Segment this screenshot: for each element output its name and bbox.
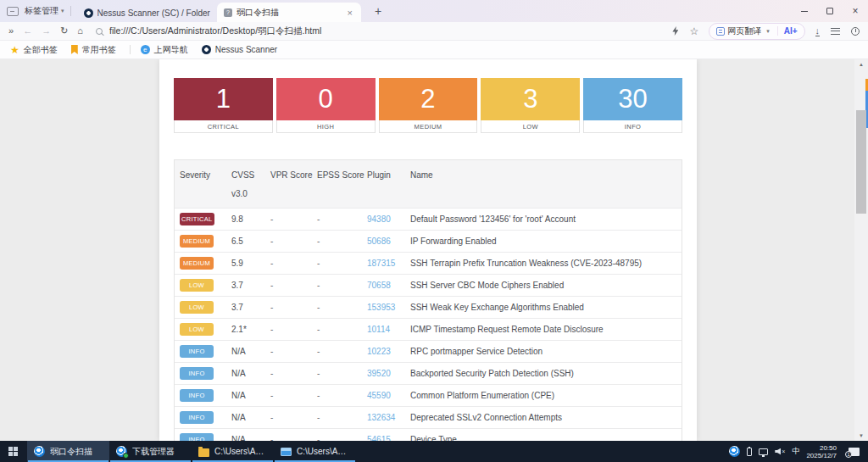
taskbar-item-folder[interactable]: C:\Users\Adminis... (192, 441, 274, 462)
start-button[interactable] (0, 441, 27, 462)
taskbar-item-browser[interactable]: 弱口令扫描 (27, 441, 109, 462)
tray-browser-icon[interactable] (729, 446, 740, 457)
home-icon[interactable]: ⌂ (77, 26, 83, 36)
vpr-value: - (270, 303, 317, 312)
battery-icon[interactable] (747, 448, 752, 456)
flash-save-icon[interactable] (672, 26, 678, 36)
severity-badge: INFO (180, 411, 214, 424)
finding-name: IP Forwarding Enabled (410, 237, 682, 246)
table-row: MEDIUM 6.5 - - 50686 IP Forwarding Enabl… (175, 230, 682, 252)
nessus-icon (202, 45, 211, 54)
plugin-link[interactable]: 132634 (367, 413, 395, 422)
critical-label: CRITICAL (174, 120, 273, 133)
windows-logo-icon (8, 447, 19, 457)
extensions-overflow-icon[interactable]: » (8, 26, 14, 36)
input-method-indicator[interactable]: 中 (792, 446, 799, 457)
finding-name: SSH Weak Key Exchange Algorithms Enabled (410, 303, 682, 312)
plugin-link[interactable]: 10223 (367, 347, 391, 356)
green-badge (123, 453, 129, 459)
vpr-value: - (270, 259, 317, 268)
translate-pill[interactable]: 网页翻译 ▾ AI+ (709, 23, 804, 40)
finding-name: ICMP Timestamp Request Remote Date Discl… (410, 325, 682, 334)
volume-muted-icon[interactable]: × (775, 448, 785, 455)
cvss-value: N/A (231, 369, 270, 378)
address-bar[interactable]: file:///C:/Users/Administrator/Desktop/弱… (109, 25, 321, 37)
back-icon[interactable]: ← (23, 26, 32, 36)
plugin-link[interactable]: 50686 (367, 237, 391, 246)
high-count: 0 (276, 78, 376, 120)
plugin-link[interactable]: 70658 (367, 281, 391, 290)
tray-clock[interactable]: 20:50 2025/12/7 (806, 444, 837, 459)
epss-value: - (317, 413, 367, 422)
info-label: INFO (583, 120, 682, 133)
cvss-value: N/A (231, 413, 270, 422)
finding-name: Common Platform Enumeration (CPE) (410, 391, 682, 400)
maximize-icon (826, 8, 833, 14)
tab-weak-password-scan[interactable]: ? 弱口令扫描 × (217, 3, 361, 22)
close-tab-icon[interactable]: × (345, 8, 353, 18)
tab-list-icon[interactable] (7, 7, 19, 16)
plugin-link[interactable]: 39520 (367, 369, 391, 378)
bookmark-label: 常用书签 (82, 44, 116, 56)
cvss-value: 6.5 (231, 237, 270, 246)
plugin-link[interactable]: 10114 (367, 325, 390, 334)
chevron-down-icon: ▾ (61, 8, 64, 14)
download-icon[interactable]: ↓ (815, 25, 821, 36)
finding-name: RPC portmapper Service Detection (410, 347, 682, 356)
notification-center-icon[interactable]: 1 (849, 448, 860, 456)
vpr-value: - (270, 237, 317, 246)
tab-nessus-scanner[interactable]: Nessus Scanner (SC) / Folder (77, 3, 217, 22)
new-tab-button[interactable]: + (371, 4, 385, 18)
browser-toolbar: » ← → ↻ ⌂ file:///C:/Users/Administrator… (0, 22, 868, 41)
bookmark-star-icon[interactable]: ☆ (689, 25, 698, 37)
ai-button[interactable]: AI+ (777, 26, 798, 36)
bookmark-frequent[interactable]: 常用书签 (71, 44, 116, 56)
history-icon[interactable] (851, 27, 860, 36)
bookmark-label: Nessus Scanner (215, 45, 277, 54)
bookmark-web-navigation[interactable]: e 上网导航 (141, 44, 188, 56)
window-icon (281, 448, 292, 456)
tab-title: Nessus Scanner (SC) / Folder (97, 8, 210, 18)
report-container: 1 CRITICAL 0 HIGH 2 MEDIUM 3 LOW 30 INFO (159, 59, 697, 441)
taskbar-item-window[interactable]: C:\Users\Adminis... (274, 441, 356, 462)
network-icon[interactable] (759, 448, 768, 455)
taskbar-item-download-manager[interactable]: 下载管理器 (109, 441, 192, 462)
finding-name: SSH Terrapin Prefix Truncation Weakness … (410, 259, 682, 268)
epss-value: - (317, 281, 367, 290)
close-button[interactable]: × (843, 0, 868, 22)
plugin-link[interactable]: 187315 (367, 259, 395, 268)
scroll-down-icon[interactable]: ▼ (854, 431, 868, 441)
plugin-link[interactable]: 94380 (367, 214, 391, 224)
table-row: LOW 3.7 - - 153953 SSH Weak Key Exchange… (175, 296, 682, 318)
severity-badge: LOW (180, 279, 214, 292)
col-name: Name (410, 170, 682, 199)
col-plugin: Plugin (367, 170, 410, 199)
table-row: INFO N/A - - 45590 Common Platform Enume… (175, 384, 682, 406)
plugin-link[interactable]: 153953 (367, 303, 395, 312)
tab-manager-menu[interactable]: 标签管理 ▾ (25, 5, 64, 17)
scrollbar-thumb[interactable] (856, 110, 866, 214)
tray-date: 2025/12/7 (806, 452, 837, 459)
plugin-link[interactable]: 54615 (367, 435, 391, 441)
finding-name: Device Type (410, 435, 682, 441)
reload-icon[interactable]: ↻ (60, 26, 68, 36)
summary-medium: 2 MEDIUM (379, 78, 478, 133)
maximize-button[interactable] (817, 0, 843, 22)
minimize-button[interactable] (792, 0, 817, 22)
bookmark-nessus-scanner[interactable]: Nessus Scanner (202, 45, 277, 54)
severity-badge: CRITICAL (180, 213, 214, 225)
page-scrollbar[interactable]: ▲ ▼ (854, 59, 868, 441)
scroll-up-icon[interactable]: ▲ (854, 59, 868, 70)
forward-icon[interactable]: → (42, 26, 51, 36)
epss-value: - (317, 303, 367, 312)
plugin-link[interactable]: 45590 (367, 391, 391, 400)
taskbar-item-label: C:\Users\Adminis... (297, 447, 349, 456)
low-count: 3 (481, 78, 580, 120)
severity-badge: INFO (180, 389, 214, 402)
system-tray: × 中 20:50 2025/12/7 1 (729, 441, 868, 462)
divider (130, 45, 131, 54)
summary-info: 30 INFO (583, 78, 682, 133)
bookmark-all-bookmarks[interactable]: ★ 全部书签 (10, 44, 58, 56)
reading-list-icon[interactable] (831, 28, 840, 35)
chevron-down-icon: ▾ (766, 28, 770, 35)
